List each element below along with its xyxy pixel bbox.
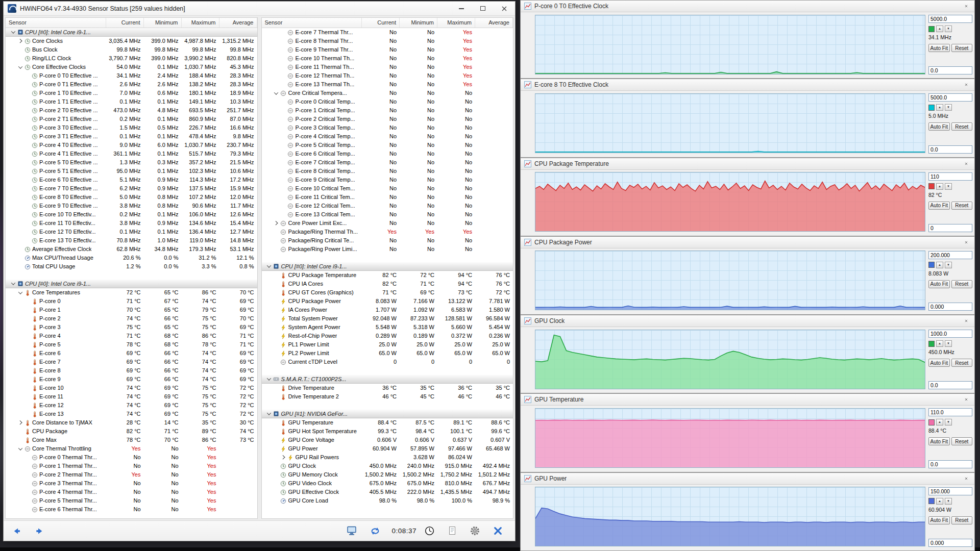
remote-monitor-button[interactable] (345, 525, 359, 537)
graph-close-button[interactable] (962, 317, 971, 325)
scale-min-input[interactable] (928, 303, 972, 311)
sensor-row[interactable]: E-core 10 Thermal Th...NoNoYes (262, 54, 513, 63)
sensor-row[interactable]: P-core 5 Critical Temp...NoNoNo (262, 141, 513, 149)
sensor-row[interactable]: P-core 5 Thermal Thr...NoNoYes (6, 496, 257, 505)
sensor-row[interactable]: E-core 10 Critical Tem...NoNoNo (262, 184, 513, 193)
sensor-row[interactable]: P-core 274 °C66 °C75 °C70 °C (6, 314, 257, 323)
sensor-row[interactable]: E-core 6 Critical Temp...NoNoNo (262, 149, 513, 158)
expand-arrow[interactable] (266, 378, 273, 381)
close-sensors-button[interactable] (491, 525, 505, 537)
settings-button[interactable] (468, 525, 482, 537)
graph-close-button[interactable] (962, 474, 971, 483)
sensor-row[interactable]: P-core 2 T1 Effective ...0.2 MHz0.1 MHz8… (6, 115, 257, 123)
color-spin-down-button[interactable]: ▼ (945, 498, 952, 505)
sensor-row[interactable]: E-core 6 Thermal Thr...NoNoYes (6, 505, 257, 514)
sensor-row[interactable]: P-core 071 °C67 °C74 °C69 °C (6, 297, 257, 306)
sensor-row[interactable]: GPU Clock450.0 MHz240.0 MHz915.0 MHz492.… (262, 462, 513, 470)
sensor-row[interactable]: Total System Power92.048 W87.233 W128.58… (262, 314, 513, 323)
sensor-row[interactable]: E-core 669 °C66 °C74 °C69 °C (6, 349, 257, 358)
maximize-button[interactable] (472, 2, 494, 15)
expand-arrow[interactable] (266, 265, 273, 268)
sensor-row[interactable]: IA Cores Power1.707 W1.092 W6.583 W1.580… (262, 306, 513, 314)
sensor-row[interactable]: Total CPU Usage1.2 %0.0 %3.3 %0.8 % (6, 262, 257, 271)
nav-forward-button[interactable] (30, 526, 46, 536)
sensor-row[interactable]: P-core 375 °C65 °C75 °C69 °C (6, 323, 257, 332)
sensor-row[interactable]: P-core 0 Critical Temp...NoNoNo (262, 97, 513, 106)
sensor-row[interactable]: P-core 4 T1 Effective ...361.1 MHz0.1 MH… (6, 149, 257, 158)
sensor-row[interactable]: CPU Package Temperature82 °C72 °C94 °C76… (262, 271, 513, 280)
sensor-row[interactable]: GPU Memory Clock1,500.2 MHz1,500.2 MHz1,… (262, 470, 513, 479)
sensor-row[interactable]: Max CPU/Thread Usage20.6 %0.0 %31.2 %12.… (6, 254, 257, 262)
scale-max-input[interactable] (928, 408, 972, 416)
scale-max-input[interactable] (928, 330, 972, 338)
scale-min-input[interactable] (928, 145, 972, 154)
sensor-row[interactable]: P-core 3 T0 Effective ...1.5 MHz0.5 MHz2… (6, 123, 257, 132)
sensor-row[interactable]: P-core 5 T0 Effective ...1.3 MHz0.3 MHz3… (6, 158, 257, 167)
sensor-row[interactable]: P-core 170 °C65 °C79 °C69 °C (6, 306, 257, 314)
graph-close-button[interactable] (962, 2, 971, 10)
sensor-row[interactable]: E-core 9 T0 Effective ...3.8 MHz0.8 MHz9… (6, 202, 257, 210)
sensor-row[interactable]: PL1 Power Limit25.0 W25.0 W25.0 W25.0 W (262, 340, 513, 349)
sensor-section-row[interactable]: S.M.A.R.T.: CT1000P2S... (262, 375, 513, 384)
reset-button[interactable]: Reset (951, 122, 973, 131)
expand-arrow[interactable] (17, 291, 23, 294)
color-spin-up-button[interactable]: ▲ (936, 419, 943, 425)
scale-min-input[interactable] (928, 539, 972, 547)
sensor-row[interactable]: Core Power Limit Exc...NoNoNo (262, 219, 513, 228)
scale-max-input[interactable] (928, 251, 972, 259)
sensor-row[interactable]: E-core 8 Critical Temp...NoNoNo (262, 167, 513, 176)
auto-fit-button[interactable]: Auto Fit (928, 516, 950, 524)
color-spin-down-button[interactable]: ▼ (945, 183, 952, 190)
color-spin-down-button[interactable]: ▼ (945, 419, 952, 425)
color-spin-down-button[interactable]: ▼ (945, 104, 952, 111)
expand-arrow[interactable] (10, 31, 16, 34)
sensor-row[interactable]: E-core 1174 °C69 °C75 °C72 °C (6, 392, 257, 401)
sensor-row[interactable]: E-core 8 Thermal Thr...NoNoYes (262, 37, 513, 45)
sensor-row[interactable]: Core Distance to TjMAX28 °C14 °C35 °C30 … (6, 418, 257, 427)
expand-arrow[interactable] (273, 92, 280, 95)
expand-arrow[interactable] (273, 222, 280, 225)
sensor-row[interactable]: CPU Package82 °C71 °C89 °C74 °C (6, 427, 257, 436)
reset-button[interactable]: Reset (951, 202, 973, 210)
sensor-row[interactable]: E-core 8 T0 Effective ...5.0 MHz0.8 MHz1… (6, 193, 257, 202)
sensor-row[interactable]: E-core 11 Thermal Th...NoNoYes (262, 63, 513, 71)
sensor-row[interactable]: P-core 3 T1 Effective ...0.1 MHz0.1 MHz4… (6, 132, 257, 141)
sensor-row[interactable]: GPU Temperature88.4 °C87.5 °C89.1 °C88.6… (262, 418, 513, 427)
reset-button[interactable]: Reset (951, 359, 973, 367)
auto-fit-button[interactable]: Auto Fit (928, 122, 950, 131)
sensor-row[interactable]: P-core 3 Thermal Thr...NoNoYes (6, 479, 257, 488)
color-spin-down-button[interactable]: ▼ (945, 26, 952, 32)
close-button[interactable] (494, 2, 515, 15)
expand-arrow[interactable] (17, 447, 23, 450)
sensor-row[interactable]: E-core 7 T0 Effective ...6.2 MHz0.9 MHz1… (6, 184, 257, 193)
sensor-row[interactable]: P-core 3 Critical Temp...NoNoNo (262, 123, 513, 132)
expand-arrow[interactable] (280, 456, 287, 459)
sensor-row[interactable]: E-core 10 T0 Effectiv...0.2 MHz0.1 MHz10… (6, 210, 257, 219)
color-spin-up-button[interactable]: ▲ (936, 262, 943, 268)
sensor-row[interactable]: E-core 12 Critical Tem...NoNoNo (262, 202, 513, 210)
color-spin-up-button[interactable]: ▲ (936, 498, 943, 505)
sensor-row[interactable]: P-core 4 Thermal Thr...NoNoYes (6, 488, 257, 496)
color-spin-up-button[interactable]: ▲ (936, 340, 943, 347)
sensor-row[interactable]: Average Effective Clock62.8 MHz34.8 MHz1… (6, 245, 257, 254)
expand-arrow[interactable] (17, 421, 23, 424)
sensor-row[interactable]: System Agent Power5.548 W5.318 W5.660 W5… (262, 323, 513, 332)
expand-arrow[interactable] (17, 40, 23, 43)
sensor-row[interactable]: GPU Core Load98.0 %98.0 %100.0 %98.9 % (262, 496, 513, 505)
sensor-row[interactable]: E-core 13 Thermal Th...NoNoYes (262, 80, 513, 89)
sensor-row[interactable]: E-core 7 Critical Temp...NoNoNo (262, 158, 513, 167)
reset-button[interactable]: Reset (951, 44, 973, 52)
sensor-row[interactable]: GPU Power60.904 W57.895 W97.466 W65.468 … (262, 444, 513, 453)
sensor-row[interactable]: Rest-of-Chip Power0.289 W0.189 W0.372 W0… (262, 332, 513, 340)
sensor-row[interactable]: GPU Rail Powers3.628 W86.024 W (262, 453, 513, 462)
minimize-button[interactable] (451, 2, 472, 15)
sensor-row[interactable]: P-core 578 °C68 °C78 °C71 °C (6, 340, 257, 349)
expand-arrow[interactable] (17, 66, 23, 69)
sensor-row[interactable]: Core Temperatures72 °C65 °C86 °C70 °C (6, 288, 257, 297)
sensor-row[interactable]: Ring/LLC Clock3,790.7 MHz399.0 MHz3,990.… (6, 54, 257, 63)
sensor-row[interactable]: E-core 1274 °C69 °C75 °C72 °C (6, 401, 257, 410)
sensor-row[interactable]: Bus Clock99.8 MHz99.8 MHz99.8 MHz99.8 MH… (6, 45, 257, 54)
sensor-row[interactable]: GPU Core Voltage0.606 V0.606 V0.637 V0.6… (262, 436, 513, 444)
graph-close-button[interactable] (962, 395, 971, 404)
sensor-row[interactable]: E-core 869 °C66 °C74 °C69 °C (6, 366, 257, 375)
